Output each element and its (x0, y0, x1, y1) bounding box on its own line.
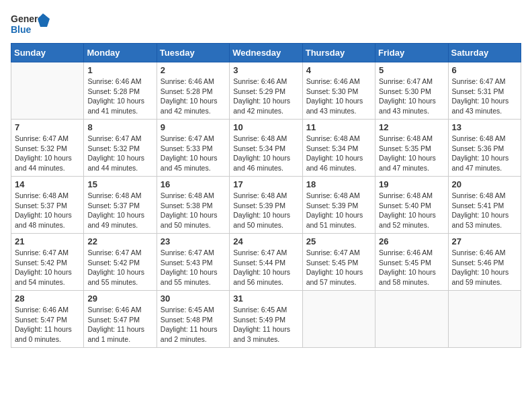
cell-info: Sunrise: 6:47 AM Sunset: 5:44 PM Dayligh… (233, 248, 298, 287)
day-number: 10 (233, 122, 298, 132)
day-header-friday: Friday (375, 44, 448, 62)
day-number: 12 (379, 122, 444, 132)
cell-info: Sunrise: 6:45 AM Sunset: 5:48 PM Dayligh… (161, 305, 226, 345)
cell-info: Sunrise: 6:47 AM Sunset: 5:42 PM Dayligh… (15, 248, 80, 287)
day-number: 27 (452, 236, 517, 246)
cell-info: Sunrise: 6:46 AM Sunset: 5:47 PM Dayligh… (15, 305, 80, 345)
calendar-cell: 22Sunrise: 6:47 AM Sunset: 5:42 PM Dayli… (84, 234, 157, 291)
cell-info: Sunrise: 6:48 AM Sunset: 5:38 PM Dayligh… (161, 191, 226, 230)
cell-info: Sunrise: 6:48 AM Sunset: 5:34 PM Dayligh… (306, 134, 371, 173)
calendar-cell: 16Sunrise: 6:48 AM Sunset: 5:38 PM Dayli… (157, 177, 229, 234)
cell-info: Sunrise: 6:47 AM Sunset: 5:42 PM Dayligh… (87, 248, 152, 287)
week-row-4: 21Sunrise: 6:47 AM Sunset: 5:42 PM Dayli… (11, 234, 521, 291)
cell-info: Sunrise: 6:48 AM Sunset: 5:34 PM Dayligh… (233, 134, 298, 173)
cell-info: Sunrise: 6:47 AM Sunset: 5:31 PM Dayligh… (452, 77, 517, 116)
cell-info: Sunrise: 6:46 AM Sunset: 5:46 PM Dayligh… (452, 248, 517, 287)
cell-info: Sunrise: 6:47 AM Sunset: 5:43 PM Dayligh… (161, 248, 226, 287)
week-row-1: 1Sunrise: 6:46 AM Sunset: 5:28 PM Daylig… (11, 62, 521, 120)
day-number: 28 (15, 293, 80, 304)
day-number: 26 (379, 236, 444, 246)
day-number: 3 (233, 65, 298, 75)
cell-info: Sunrise: 6:45 AM Sunset: 5:49 PM Dayligh… (233, 305, 298, 345)
cell-info: Sunrise: 6:46 AM Sunset: 5:28 PM Dayligh… (87, 77, 152, 116)
day-number: 21 (15, 236, 80, 246)
calendar-cell: 21Sunrise: 6:47 AM Sunset: 5:42 PM Dayli… (11, 234, 84, 291)
day-number: 24 (233, 236, 298, 246)
cell-info: Sunrise: 6:48 AM Sunset: 5:40 PM Dayligh… (379, 191, 444, 230)
calendar-cell (375, 291, 448, 348)
day-header-thursday: Thursday (302, 44, 375, 62)
calendar-cell (302, 291, 375, 348)
day-number: 4 (306, 65, 371, 75)
day-number: 13 (452, 122, 517, 132)
calendar-cell: 9Sunrise: 6:47 AM Sunset: 5:33 PM Daylig… (157, 120, 229, 177)
svg-text:Blue: Blue (11, 24, 32, 35)
calendar-cell: 5Sunrise: 6:47 AM Sunset: 5:30 PM Daylig… (375, 62, 448, 120)
calendar-cell: 19Sunrise: 6:48 AM Sunset: 5:40 PM Dayli… (375, 177, 448, 234)
calendar-cell: 15Sunrise: 6:48 AM Sunset: 5:37 PM Dayli… (84, 177, 157, 234)
day-number: 31 (233, 293, 298, 304)
calendar-cell: 20Sunrise: 6:48 AM Sunset: 5:41 PM Dayli… (448, 177, 521, 234)
cell-info: Sunrise: 6:46 AM Sunset: 5:28 PM Dayligh… (161, 77, 226, 116)
day-number: 14 (15, 179, 80, 189)
cell-info: Sunrise: 6:48 AM Sunset: 5:35 PM Dayligh… (379, 134, 444, 173)
day-number: 15 (87, 179, 152, 189)
calendar-cell: 7Sunrise: 6:47 AM Sunset: 5:32 PM Daylig… (11, 120, 84, 177)
calendar-cell: 25Sunrise: 6:47 AM Sunset: 5:45 PM Dayli… (302, 234, 375, 291)
cell-info: Sunrise: 6:46 AM Sunset: 5:47 PM Dayligh… (87, 305, 152, 345)
calendar-cell: 14Sunrise: 6:48 AM Sunset: 5:37 PM Dayli… (11, 177, 84, 234)
week-row-5: 28Sunrise: 6:46 AM Sunset: 5:47 PM Dayli… (11, 291, 521, 348)
calendar-cell: 23Sunrise: 6:47 AM Sunset: 5:43 PM Dayli… (157, 234, 229, 291)
calendar-cell (11, 62, 84, 120)
cell-info: Sunrise: 6:47 AM Sunset: 5:33 PM Dayligh… (161, 134, 226, 173)
day-number: 7 (15, 122, 80, 132)
calendar-cell: 27Sunrise: 6:46 AM Sunset: 5:46 PM Dayli… (448, 234, 521, 291)
calendar-cell: 12Sunrise: 6:48 AM Sunset: 5:35 PM Dayli… (375, 120, 448, 177)
day-header-wednesday: Wednesday (230, 44, 302, 62)
cell-info: Sunrise: 6:48 AM Sunset: 5:41 PM Dayligh… (452, 191, 517, 230)
cell-info: Sunrise: 6:47 AM Sunset: 5:30 PM Dayligh… (379, 77, 444, 116)
day-number: 5 (379, 65, 444, 75)
calendar-table: SundayMondayTuesdayWednesdayThursdayFrid… (11, 43, 521, 348)
header-row: SundayMondayTuesdayWednesdayThursdayFrid… (11, 44, 521, 62)
cell-info: Sunrise: 6:48 AM Sunset: 5:39 PM Dayligh… (233, 191, 298, 230)
calendar-cell: 2Sunrise: 6:46 AM Sunset: 5:28 PM Daylig… (157, 62, 229, 120)
day-number: 17 (233, 179, 298, 189)
calendar-cell: 31Sunrise: 6:45 AM Sunset: 5:49 PM Dayli… (230, 291, 302, 348)
calendar-cell: 24Sunrise: 6:47 AM Sunset: 5:44 PM Dayli… (230, 234, 302, 291)
page-header: GeneralBlue (11, 11, 521, 38)
day-number: 16 (161, 179, 226, 189)
day-number: 20 (452, 179, 517, 189)
cell-info: Sunrise: 6:47 AM Sunset: 5:32 PM Dayligh… (15, 134, 80, 173)
cell-info: Sunrise: 6:47 AM Sunset: 5:45 PM Dayligh… (306, 248, 371, 287)
calendar-cell: 11Sunrise: 6:48 AM Sunset: 5:34 PM Dayli… (302, 120, 375, 177)
cell-info: Sunrise: 6:46 AM Sunset: 5:29 PM Dayligh… (233, 77, 298, 116)
cell-info: Sunrise: 6:46 AM Sunset: 5:45 PM Dayligh… (379, 248, 444, 287)
cell-info: Sunrise: 6:48 AM Sunset: 5:37 PM Dayligh… (87, 191, 152, 230)
cell-info: Sunrise: 6:48 AM Sunset: 5:36 PM Dayligh… (452, 134, 517, 173)
calendar-cell: 29Sunrise: 6:46 AM Sunset: 5:47 PM Dayli… (84, 291, 157, 348)
calendar-cell: 6Sunrise: 6:47 AM Sunset: 5:31 PM Daylig… (448, 62, 521, 120)
calendar-cell (448, 291, 521, 348)
day-number: 18 (306, 179, 371, 189)
calendar-cell: 17Sunrise: 6:48 AM Sunset: 5:39 PM Dayli… (230, 177, 302, 234)
day-number: 8 (87, 122, 152, 132)
day-number: 11 (306, 122, 371, 132)
day-number: 25 (306, 236, 371, 246)
calendar-cell: 30Sunrise: 6:45 AM Sunset: 5:48 PM Dayli… (157, 291, 229, 348)
day-header-tuesday: Tuesday (157, 44, 229, 62)
week-row-2: 7Sunrise: 6:47 AM Sunset: 5:32 PM Daylig… (11, 120, 521, 177)
day-number: 19 (379, 179, 444, 189)
calendar-cell: 4Sunrise: 6:46 AM Sunset: 5:30 PM Daylig… (302, 62, 375, 120)
logo: GeneralBlue (11, 11, 51, 38)
day-number: 29 (87, 293, 152, 304)
calendar-cell: 26Sunrise: 6:46 AM Sunset: 5:45 PM Dayli… (375, 234, 448, 291)
calendar-cell: 3Sunrise: 6:46 AM Sunset: 5:29 PM Daylig… (230, 62, 302, 120)
calendar-cell: 28Sunrise: 6:46 AM Sunset: 5:47 PM Dayli… (11, 291, 84, 348)
calendar-cell: 10Sunrise: 6:48 AM Sunset: 5:34 PM Dayli… (230, 120, 302, 177)
day-number: 22 (87, 236, 152, 246)
cell-info: Sunrise: 6:48 AM Sunset: 5:39 PM Dayligh… (306, 191, 371, 230)
day-number: 23 (161, 236, 226, 246)
day-number: 6 (452, 65, 517, 75)
day-number: 9 (161, 122, 226, 132)
